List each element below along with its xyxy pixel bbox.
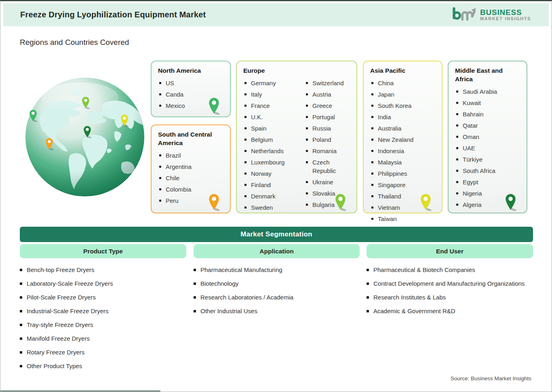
header: Freeze Drying Lyophilization Equipment M…: [3, 3, 549, 26]
square-bullet-icon: [367, 269, 369, 271]
region-card-south-central-america: South and Central America BrazilArgentin…: [151, 124, 231, 213]
square-bullet-icon: [456, 181, 458, 183]
list-item: Bahrain: [455, 110, 521, 118]
logo-line2: MARKET INSIGHTS: [480, 17, 531, 21]
list-item: Laboratory-Scale Freeze Dryers: [20, 279, 188, 289]
list-item: Philippines: [370, 169, 436, 178]
country-list: GermanyItalyFranceU.K.SpainBelgiumNether…: [243, 79, 305, 215]
list-item: Greece: [305, 101, 351, 110]
list-item-label: Laboratory-Scale Freeze Dryers: [27, 280, 113, 287]
list-item-label: Pharmaceutical & Biotech Companies: [373, 266, 475, 273]
product-type-list: Bench-top Freeze DryersLaboratory-Scale …: [20, 265, 188, 375]
square-bullet-icon: [371, 82, 373, 84]
country-list: ChinaJapanSouth KoreaIndiaAustraliaNew Z…: [370, 79, 436, 234]
list-item-label: Germany: [251, 79, 276, 87]
list-item-label: Pharmaceutical Manufacturing: [200, 266, 282, 273]
square-bullet-icon: [367, 296, 369, 299]
square-bullet-icon: [456, 170, 458, 172]
list-item: Italy: [243, 90, 305, 99]
globe-pin-middle-east: [83, 126, 92, 138]
list-item-label: Slovakia: [312, 189, 335, 198]
list-item-label: Contract Development and Manufacturing O…: [373, 280, 525, 287]
list-item-label: Brazil: [166, 151, 181, 160]
end-user-list: Pharmaceutical & Biotech CompaniesContra…: [367, 265, 535, 320]
list-item-label: Chile: [166, 174, 179, 182]
list-item-label: Ukraine: [312, 178, 333, 186]
list-item-label: Colombia: [166, 185, 191, 194]
list-item-label: Oman: [463, 133, 479, 141]
square-bullet-icon: [244, 93, 247, 95]
list-item-label: Romania: [312, 147, 337, 155]
globe-illustration: [25, 76, 145, 198]
list-item: Colombia: [158, 185, 224, 194]
list-item: Research Institutes & Labs: [367, 293, 535, 302]
square-bullet-icon: [244, 82, 247, 84]
source-note: Source: Business Market Insights: [451, 375, 531, 381]
list-item-label: Qatar: [463, 121, 478, 130]
segment-header-product-type: Product Type: [20, 244, 186, 258]
square-bullet-icon: [20, 269, 22, 271]
list-item-label: Türkiye: [463, 155, 482, 164]
list-item-label: Saudi Arabia: [463, 87, 497, 96]
list-item: Egypt: [455, 178, 521, 186]
list-item: Türkiye: [455, 155, 521, 164]
list-item: Japan: [370, 90, 436, 99]
region-card-asia-pacific: Asia Pacific ChinaJapanSouth KoreaIndiaA…: [363, 61, 442, 213]
list-item-label: Luxembourg: [251, 158, 284, 166]
square-bullet-icon: [371, 93, 373, 95]
list-item: Qatar: [455, 121, 521, 130]
square-bullet-icon: [367, 310, 369, 312]
list-item: Contract Development and Manufacturing O…: [367, 279, 535, 289]
list-item: Chile: [158, 174, 224, 182]
region-title: Asia Pacific: [370, 67, 436, 75]
list-item-label: Rotary Freeze Dryers: [27, 349, 84, 356]
list-item-label: Mexico: [166, 101, 185, 110]
list-item: Manifold Freeze Dryers: [20, 334, 188, 344]
location-pin-icon: [208, 194, 220, 211]
list-item: Indonesia: [370, 147, 436, 155]
list-item: Saudi Arabia: [455, 87, 521, 96]
list-item-label: Thailand: [378, 192, 401, 200]
bottom-divider: [0, 390, 160, 392]
square-bullet-icon: [20, 282, 22, 285]
list-item-label: Switzerland: [312, 79, 344, 87]
list-item-label: Denmark: [251, 192, 276, 200]
list-item: Sweden: [243, 203, 305, 212]
list-item-label: U.K.: [251, 113, 263, 121]
square-bullet-icon: [371, 184, 373, 186]
square-bullet-icon: [159, 93, 161, 95]
list-item: Russia: [305, 124, 351, 133]
square-bullet-icon: [306, 93, 308, 95]
square-bullet-icon: [20, 351, 22, 354]
location-pin-icon: [504, 194, 517, 211]
list-item: Czech Republic: [305, 158, 351, 175]
square-bullet-icon: [456, 136, 458, 138]
list-item-label: Manifold Freeze Dryers: [27, 335, 90, 342]
page-title: Freeze Drying Lyophilization Equipment M…: [20, 10, 206, 19]
square-bullet-icon: [371, 218, 373, 220]
list-item-label: South Korea: [378, 101, 411, 110]
list-item-label: Taiwan: [378, 215, 397, 223]
list-item-label: Singapore: [378, 181, 405, 189]
list-item-label: Egypt: [463, 178, 478, 186]
square-bullet-icon: [20, 337, 22, 340]
list-item-label: Indonesia: [378, 147, 404, 155]
square-bullet-icon: [367, 282, 369, 285]
list-item: Industrial-Scale Freeze Dryers: [20, 306, 188, 316]
list-item-label: Norway: [251, 169, 272, 178]
square-bullet-icon: [244, 139, 247, 141]
list-item: UAE: [455, 144, 521, 152]
list-item: China: [370, 79, 436, 87]
list-item-label: US: [166, 79, 174, 87]
list-item-label: Bench-top Freeze Dryers: [27, 266, 95, 273]
square-bullet-icon: [244, 195, 247, 197]
square-bullet-icon: [244, 105, 247, 107]
list-item: Pilot-Scale Freeze Dryers: [20, 293, 188, 302]
square-bullet-icon: [244, 127, 247, 129]
list-item: Germany: [243, 79, 305, 87]
segment-header-end-user: End User: [367, 244, 533, 258]
square-bullet-icon: [20, 296, 22, 299]
list-item-label: Philippines: [378, 169, 407, 178]
list-item-label: India: [378, 113, 391, 121]
list-item-label: Russia: [312, 124, 331, 133]
